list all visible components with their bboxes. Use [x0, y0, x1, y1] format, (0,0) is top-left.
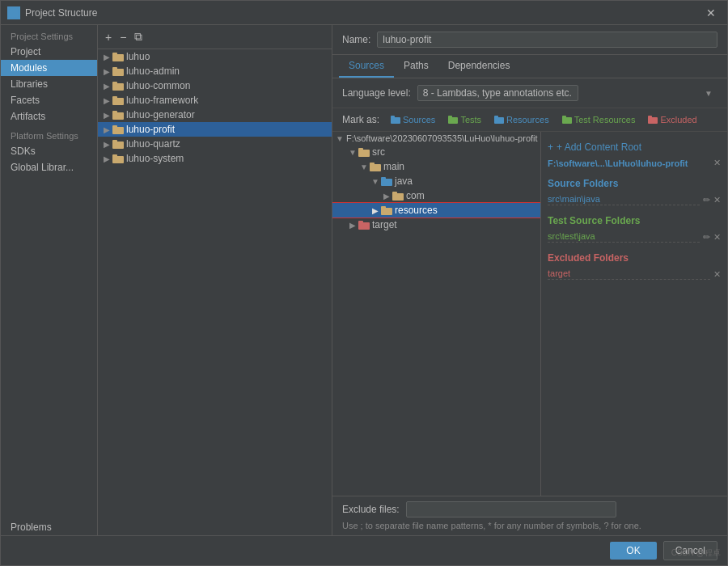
module-label: luhuo-admin [126, 65, 180, 77]
folder-icon [112, 95, 124, 105]
tab-dependencies[interactable]: Dependencies [438, 55, 520, 78]
module-label: luhuo-common [126, 80, 190, 91]
language-select[interactable]: 8 - Lambdas, type annotations etc. [417, 85, 578, 101]
expand-arrow: ▶ [101, 67, 112, 76]
svg-rect-42 [358, 221, 363, 224]
title-bar: Project Structure ✕ [1, 1, 727, 25]
java-node[interactable]: ▼ java [332, 174, 540, 188]
detail-panel: Name: Sources Paths Dependencies Languag… [332, 25, 727, 535]
name-input[interactable] [377, 32, 717, 48]
ok-button[interactable]: OK [610, 542, 656, 560]
module-item-luhuo-common[interactable]: ▶ luhuo-common [98, 78, 332, 93]
src-node[interactable]: ▼ src [332, 145, 540, 159]
module-list: ▶ luhuo ▶ luhuo-admin ▶ luhuo-common ▶ [98, 49, 332, 535]
add-content-root-button[interactable]: + + Add Content Root [548, 138, 721, 156]
svg-rect-26 [562, 116, 566, 119]
mark-resources-label: Resources [506, 115, 549, 125]
sidebar: Project Settings Project Modules Librari… [1, 25, 98, 535]
svg-rect-10 [112, 96, 117, 99]
svg-rect-12 [112, 111, 117, 114]
svg-rect-6 [112, 67, 117, 70]
src-expand-arrow: ▼ [347, 148, 358, 157]
expand-arrow: ▶ [101, 96, 112, 105]
module-item-luhuo-system[interactable]: ▶ luhuo-system [98, 151, 332, 166]
excluded-folder-path: target [548, 268, 710, 280]
mark-sources-button[interactable]: Sources [386, 113, 440, 126]
svg-rect-8 [112, 82, 117, 85]
app-icon [7, 6, 20, 19]
sidebar-item-artifacts[interactable]: Artifacts [1, 108, 97, 125]
sidebar-item-facets[interactable]: Facets [1, 92, 97, 108]
remove-module-button[interactable]: − [117, 30, 129, 44]
target-expand-arrow: ▶ [347, 221, 358, 230]
folder-icon [112, 81, 124, 91]
sidebar-item-sdks[interactable]: SDKs [1, 143, 97, 159]
exclude-hint: Use ; to separate file name patterns, * … [342, 521, 717, 530]
java-folder-icon [381, 176, 392, 186]
expand-arrow: ▶ [101, 154, 112, 163]
root-path-node[interactable]: ▼ F:\software\20230607093535\LuHuo\luhuo… [332, 132, 540, 145]
sidebar-item-project[interactable]: Project [1, 44, 97, 60]
module-item-luhuo[interactable]: ▶ luhuo [98, 49, 332, 64]
select-arrow-icon: ▼ [705, 89, 713, 98]
exclude-files-input[interactable] [406, 501, 616, 517]
sidebar-item-libraries[interactable]: Libraries [1, 76, 97, 92]
platform-settings-header: Platform Settings [1, 125, 97, 143]
main-expand-arrow: ▼ [358, 163, 370, 171]
edit-test-folder-button[interactable]: ✏ [703, 232, 710, 243]
module-item-luhuo-quartz[interactable]: ▶ luhuo-quartz [98, 137, 332, 151]
test-source-folders-title: Test Source Folders [548, 215, 721, 226]
add-module-button[interactable]: + [103, 30, 114, 44]
test-source-folder-path: src\test\java [548, 231, 700, 243]
tab-sources[interactable]: Sources [339, 55, 394, 78]
source-folder-actions: ✏ ✕ [703, 195, 721, 205]
module-item-luhuo-framework[interactable]: ▶ luhuo-framework [98, 93, 332, 108]
java-expand-arrow: ▼ [370, 177, 381, 186]
content-split: ▼ F:\software\20230607093535\LuHuo\luhuo… [332, 132, 727, 496]
expand-arrow: ▶ [101, 140, 112, 149]
mark-resources-button[interactable]: Resources [489, 113, 554, 126]
edit-source-folder-button[interactable]: ✏ [703, 195, 710, 205]
com-node[interactable]: ▶ com [332, 188, 540, 203]
exclude-files-row: Exclude files: [342, 501, 717, 517]
excluded-folder-item: target ✕ [548, 267, 721, 281]
sidebar-item-modules[interactable]: Modules [1, 60, 97, 76]
module-item-luhuo-generator[interactable]: ▶ luhuo-generator [98, 108, 332, 122]
test-source-folders-section: Test Source Folders src\test\java ✏ ✕ [548, 215, 721, 244]
mark-excluded-button[interactable]: Excluded [643, 113, 701, 126]
module-label: luhuo-generator [126, 109, 195, 120]
main-content: Project Settings Project Modules Librari… [1, 25, 727, 535]
sidebar-item-global-libs[interactable]: Global Librar... [1, 159, 97, 175]
resources-node[interactable]: ▶ resources [332, 203, 540, 218]
source-folders-section: Source Folders src\main\java ✏ ✕ [548, 178, 721, 207]
mark-tests-button[interactable]: Tests [443, 113, 486, 126]
svg-rect-32 [358, 148, 363, 151]
module-label: luhuo-system [126, 153, 184, 164]
module-label: luhuo-profit [126, 124, 175, 135]
remove-root-button[interactable]: ✕ [713, 158, 721, 168]
folder-icon [112, 110, 124, 120]
folder-icon [112, 52, 124, 61]
com-expand-arrow: ▶ [381, 192, 392, 201]
expand-arrow: ▶ [101, 125, 112, 134]
remove-excluded-folder-button[interactable]: ✕ [713, 269, 721, 280]
expand-arrow: ▶ [101, 82, 112, 91]
main-node[interactable]: ▼ main [332, 159, 540, 174]
svg-rect-4 [112, 53, 117, 56]
dialog-title: Project Structure [25, 7, 701, 19]
remove-source-folder-button[interactable]: ✕ [713, 195, 721, 205]
language-label: Language level: [342, 87, 411, 99]
sidebar-item-problems[interactable]: Problems [1, 519, 97, 535]
target-node[interactable]: ▶ target [332, 218, 540, 232]
remove-test-folder-button[interactable]: ✕ [713, 232, 721, 243]
tab-paths[interactable]: Paths [394, 55, 438, 78]
module-item-luhuo-admin[interactable]: ▶ luhuo-admin [98, 64, 332, 78]
mark-as-row: Mark as: Sources Tests Resources Test Re… [332, 108, 727, 132]
content-tree: ▼ F:\software\20230607093535\LuHuo\luhuo… [332, 132, 541, 496]
close-button[interactable]: ✕ [701, 5, 721, 21]
mark-test-resources-button[interactable]: Test Resources [557, 113, 641, 126]
bottom-bar: Exclude files: Use ; to separate file na… [332, 496, 727, 535]
module-item-luhuo-profit[interactable]: ▶ luhuo-profit [98, 122, 332, 137]
main-label: main [383, 161, 404, 172]
copy-module-button[interactable]: ⧉ [132, 29, 145, 44]
